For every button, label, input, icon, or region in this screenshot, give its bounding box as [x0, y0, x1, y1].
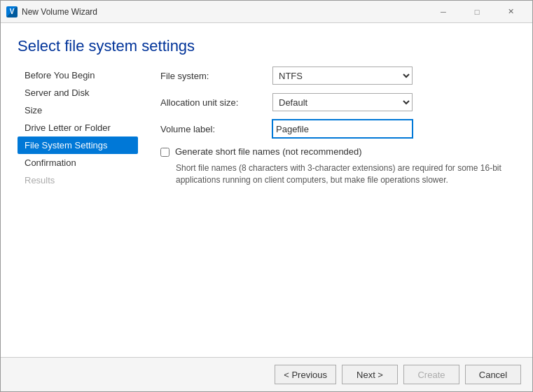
sidebar-item-drive-letter[interactable]: Drive Letter or Folder	[18, 119, 138, 136]
window-controls: ─ □ ✕	[427, 5, 527, 19]
form-area: File system: NTFS ReFS exFAT FAT32 Alloc…	[144, 66, 515, 357]
app-icon: V	[6, 6, 18, 18]
file-system-label: File system:	[160, 71, 272, 81]
allocation-unit-select-wrap: Default 512 1024 2048 4096	[272, 93, 413, 111]
file-system-select[interactable]: NTFS ReFS exFAT FAT32	[272, 66, 413, 85]
sidebar-item-results: Results	[18, 172, 138, 189]
sidebar-item-before-you-begin[interactable]: Before You Begin	[18, 66, 138, 84]
main-window: V New Volume Wizard ─ □ ✕ Select file sy…	[0, 0, 533, 392]
cancel-button[interactable]: Cancel	[465, 365, 521, 384]
sidebar-item-server-and-disk[interactable]: Server and Disk	[18, 84, 138, 102]
window-title: New Volume Wizard	[22, 7, 427, 17]
allocation-unit-select[interactable]: Default 512 1024 2048 4096	[272, 93, 413, 111]
minimize-button[interactable]: ─	[427, 5, 459, 19]
close-button[interactable]: ✕	[494, 5, 527, 19]
allocation-unit-label: Allocation unit size:	[160, 97, 272, 108]
sidebar-item-file-system-settings[interactable]: File System Settings	[18, 136, 138, 154]
maximize-button[interactable]: □	[461, 5, 493, 19]
file-system-row: File system: NTFS ReFS exFAT FAT32	[160, 66, 515, 85]
footer: < Previous Next > Create Cancel	[1, 357, 532, 391]
previous-button[interactable]: < Previous	[275, 365, 336, 384]
file-system-select-wrap: NTFS ReFS exFAT FAT32	[272, 66, 413, 85]
short-names-label[interactable]: Generate short file names (not recommend…	[175, 146, 362, 157]
allocation-unit-row: Allocation unit size: Default 512 1024 2…	[160, 93, 515, 111]
sidebar-item-size[interactable]: Size	[18, 102, 138, 119]
volume-label-input-wrap	[272, 120, 413, 138]
volume-label-input[interactable]	[272, 120, 413, 138]
short-names-checkbox[interactable]	[160, 148, 169, 157]
create-button[interactable]: Create	[403, 365, 459, 384]
main-area: Before You Begin Server and Disk Size Dr…	[18, 66, 515, 357]
page-title: Select file system settings	[18, 37, 515, 55]
next-button[interactable]: Next >	[342, 365, 398, 384]
volume-label-row: Volume label:	[160, 120, 515, 138]
sidebar: Before You Begin Server and Disk Size Dr…	[18, 66, 144, 357]
content-area: Select file system settings Before You B…	[1, 23, 532, 357]
volume-label-label: Volume label:	[160, 124, 272, 134]
title-bar: V New Volume Wizard ─ □ ✕	[1, 1, 532, 23]
hint-text: Short file names (8 characters with 3-ch…	[176, 162, 512, 186]
short-names-checkbox-row: Generate short file names (not recommend…	[160, 146, 515, 157]
sidebar-item-confirmation[interactable]: Confirmation	[18, 154, 138, 172]
